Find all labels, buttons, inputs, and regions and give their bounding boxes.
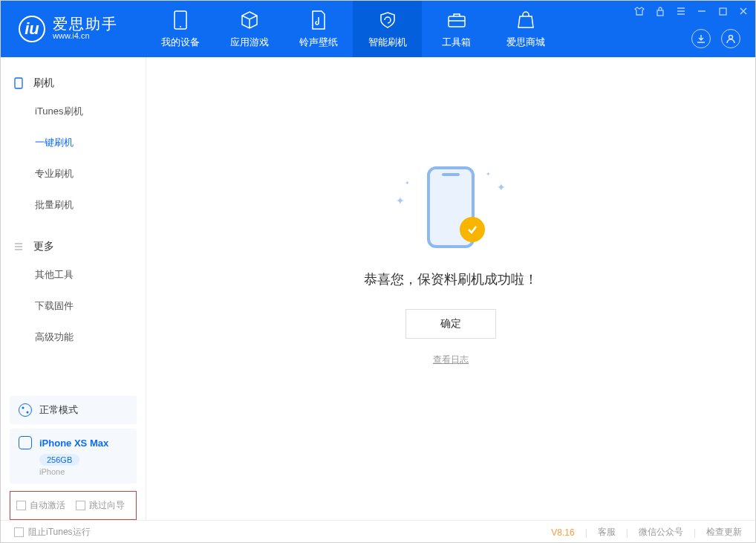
refresh-shield-icon: [378, 9, 397, 31]
nav-my-device[interactable]: 我的设备: [146, 1, 215, 57]
nav-label: 智能刷机: [368, 36, 407, 49]
nav-label: 应用游戏: [230, 36, 269, 49]
device-type: iPhone: [39, 467, 128, 476]
view-log-link[interactable]: 查看日志: [433, 354, 469, 366]
checkbox-icon: [16, 501, 26, 510]
nav-label: 工具箱: [442, 36, 471, 49]
svg-point-8: [27, 412, 29, 414]
separator: |: [694, 527, 696, 538]
ok-button[interactable]: 确定: [405, 309, 496, 339]
nav-toolbox[interactable]: 工具箱: [422, 1, 491, 57]
sidebar-item-download-firmware[interactable]: 下载固件: [1, 290, 146, 322]
section-title: 刷机: [33, 77, 54, 90]
svg-point-7: [22, 407, 25, 409]
svg-rect-3: [657, 10, 663, 16]
checkbox-icon: [14, 527, 24, 537]
sidebar-bottom: 正常模式 iPhone XS Max 256GB iPhone 自动激活 跳过向…: [1, 391, 146, 520]
nav-ringtones-wallpapers[interactable]: 铃声壁纸: [284, 1, 353, 57]
main-content: ✦ ✦ ✦ ✦ 恭喜您，保资料刷机成功啦！ 确定 查看日志: [146, 57, 755, 520]
checkbox-label: 跳过向导: [89, 499, 125, 512]
sidebar-head-more: 更多: [1, 234, 146, 259]
minimize-button[interactable]: [694, 4, 709, 19]
footer-link-update[interactable]: 检查更新: [706, 526, 742, 539]
mode-icon: [19, 403, 32, 417]
sidebar-item-pro-flash[interactable]: 专业刷机: [1, 158, 146, 189]
header: iu 爱思助手 www.i4.cn 我的设备 应用游戏 铃声壁纸 智能刷机 工具…: [1, 1, 755, 57]
user-icon[interactable]: [721, 29, 740, 48]
options-row: 自动激活 跳过向导: [10, 491, 137, 520]
footer-link-wechat[interactable]: 微信公众号: [639, 526, 683, 539]
sidebar-section-more: 更多 其他工具 下载固件 高级功能: [1, 221, 146, 353]
success-illustration: ✦ ✦ ✦ ✦: [391, 166, 510, 256]
bag-icon: [518, 9, 534, 31]
device-icon: [19, 436, 32, 449]
check-badge-icon: [460, 217, 485, 242]
logo-text: 爱思助手 www.i4.cn: [53, 16, 118, 41]
sidebar-item-itunes-flash[interactable]: iTunes刷机: [1, 96, 146, 127]
device-icon: [174, 9, 187, 31]
footer-link-support[interactable]: 客服: [598, 526, 616, 539]
music-file-icon: [310, 9, 327, 31]
auto-activate-checkbox[interactable]: 自动激活: [16, 499, 65, 512]
toolbox-icon: [447, 9, 466, 31]
svg-rect-4: [720, 8, 726, 15]
shirt-icon[interactable]: [632, 4, 647, 19]
logo-area: iu 爱思助手 www.i4.cn: [1, 16, 146, 42]
app-logo-icon: iu: [19, 16, 45, 42]
svg-point-1: [180, 26, 181, 27]
sidebar: 刷机 iTunes刷机 一键刷机 专业刷机 批量刷机 更多 其他工具 下载固件 …: [1, 57, 146, 520]
sidebar-item-oneclick-flash[interactable]: 一键刷机: [1, 127, 146, 158]
maximize-button[interactable]: [715, 4, 730, 19]
mode-card[interactable]: 正常模式: [10, 396, 137, 424]
top-nav: 我的设备 应用游戏 铃声壁纸 智能刷机 工具箱 爱思商城: [146, 1, 560, 57]
sidebar-section-flash: 刷机 iTunes刷机 一键刷机 专业刷机 批量刷机: [1, 57, 146, 221]
svg-rect-6: [15, 78, 22, 88]
phone-icon: [14, 77, 26, 89]
device-name: iPhone XS Max: [39, 438, 108, 449]
lock-icon[interactable]: [653, 4, 668, 19]
svg-rect-2: [449, 16, 465, 27]
sidebar-head-flash: 刷机: [1, 71, 146, 96]
separator: |: [626, 527, 628, 538]
footer-right: V8.16 | 客服 | 微信公众号 | 检查更新: [551, 526, 742, 539]
nav-label: 我的设备: [161, 36, 200, 49]
skip-guide-checkbox[interactable]: 跳过向导: [76, 499, 125, 512]
device-capacity: 256GB: [39, 454, 79, 466]
nav-smart-flash[interactable]: 智能刷机: [353, 1, 422, 57]
window-controls: [632, 4, 751, 19]
close-button[interactable]: [736, 4, 751, 19]
app-subtitle: www.i4.cn: [53, 31, 118, 41]
block-itunes-checkbox[interactable]: 阻止iTunes运行: [14, 526, 91, 539]
cube-icon: [240, 9, 259, 31]
nav-store[interactable]: 爱思商城: [491, 1, 560, 57]
sidebar-item-advanced[interactable]: 高级功能: [1, 322, 146, 353]
checkbox-label: 自动激活: [30, 499, 65, 512]
nav-apps-games[interactable]: 应用游戏: [215, 1, 284, 57]
download-icon[interactable]: [691, 29, 711, 48]
device-card[interactable]: iPhone XS Max 256GB iPhone: [10, 429, 137, 484]
app-title: 爱思助手: [53, 16, 118, 31]
version-label: V8.16: [551, 527, 574, 538]
nav-label: 铃声壁纸: [299, 36, 338, 49]
menu-icon[interactable]: [674, 4, 688, 19]
header-right-icons: [691, 29, 740, 48]
sidebar-item-batch-flash[interactable]: 批量刷机: [1, 189, 146, 221]
footer: 阻止iTunes运行 V8.16 | 客服 | 微信公众号 | 检查更新: [1, 520, 755, 543]
list-icon: [14, 242, 26, 251]
section-title: 更多: [33, 240, 54, 253]
sidebar-item-other-tools[interactable]: 其他工具: [1, 259, 146, 290]
separator: |: [585, 527, 587, 538]
nav-label: 爱思商城: [506, 36, 545, 49]
mode-label: 正常模式: [39, 403, 78, 417]
checkbox-label: 阻止iTunes运行: [28, 526, 91, 539]
svg-point-5: [729, 36, 733, 39]
success-message: 恭喜您，保资料刷机成功啦！: [364, 270, 538, 288]
body-area: 刷机 iTunes刷机 一键刷机 专业刷机 批量刷机 更多 其他工具 下载固件 …: [1, 57, 755, 520]
checkbox-icon: [76, 501, 85, 510]
